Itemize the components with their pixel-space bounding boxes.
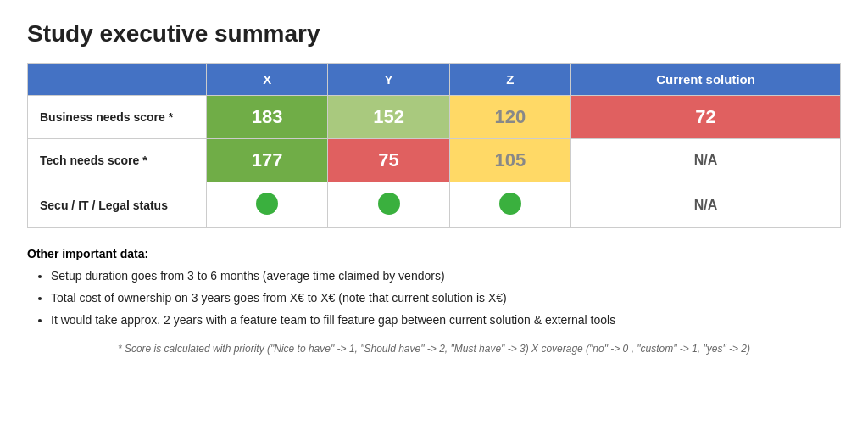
other-data-section: Other important data: Setup duration goe… [27, 247, 841, 329]
table-row: Business needs score *18315212072 [28, 96, 841, 139]
cell-y-2 [328, 182, 449, 228]
bullet-item-2: It would take approx. 2 years with a fea… [51, 311, 841, 329]
col-header-current: Current solution [571, 64, 841, 96]
table-row: Tech needs score *17775105N/A [28, 139, 841, 182]
cell-current-0: 72 [571, 96, 841, 139]
col-header-x: X [206, 64, 327, 96]
cell-current-2: N/A [571, 182, 841, 228]
row-label-0: Business needs score * [28, 96, 207, 139]
page-title: Study executive summary [27, 20, 841, 48]
table-row: Secu / IT / Legal statusN/A [28, 182, 841, 228]
cell-y-0: 152 [328, 96, 449, 139]
cell-x-1: 177 [206, 139, 327, 182]
col-header-z: Z [449, 64, 570, 96]
cell-z-1: 105 [449, 139, 570, 182]
cell-current-1: N/A [571, 139, 841, 182]
cell-x-0: 183 [206, 96, 327, 139]
footnote: * Score is calculated with priority ("Ni… [27, 343, 841, 355]
col-header-label [28, 64, 207, 96]
green-circle-icon [378, 193, 400, 215]
bullets-list: Setup duration goes from 3 to 6 months (… [27, 267, 841, 329]
bullet-item-1: Total cost of ownership on 3 years goes … [51, 289, 841, 307]
col-header-y: Y [328, 64, 449, 96]
summary-table: X Y Z Current solution Business needs sc… [27, 63, 841, 228]
row-label-1: Tech needs score * [28, 139, 207, 182]
green-circle-icon [256, 193, 278, 215]
bullet-item-0: Setup duration goes from 3 to 6 months (… [51, 267, 841, 285]
bullets-label: Other important data: [27, 247, 841, 260]
green-circle-icon [499, 193, 521, 215]
cell-x-2 [206, 182, 327, 228]
cell-z-2 [449, 182, 570, 228]
cell-z-0: 120 [449, 96, 570, 139]
cell-y-1: 75 [328, 139, 449, 182]
row-label-2: Secu / IT / Legal status [28, 182, 207, 228]
